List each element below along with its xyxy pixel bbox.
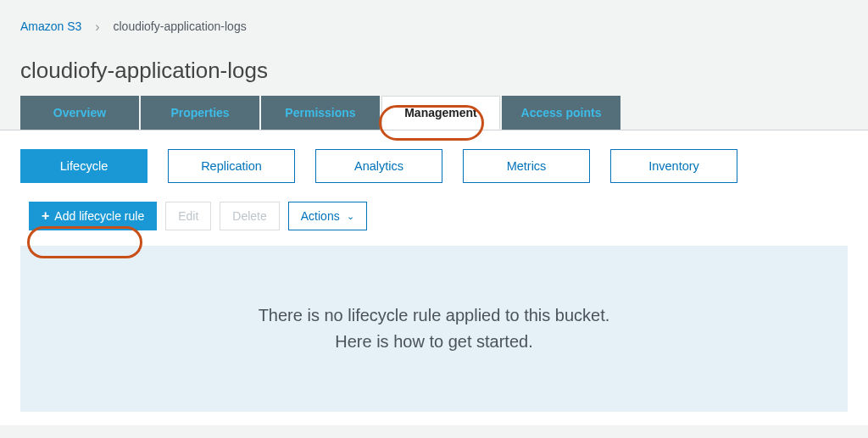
tab-properties[interactable]: Properties	[141, 96, 259, 130]
empty-state-line1: There is no lifecycle rule applied to th…	[259, 302, 610, 329]
sub-tab-analytics[interactable]: Analytics	[315, 149, 442, 183]
delete-button: Delete	[220, 202, 279, 230]
breadcrumb-current: cloudiofy-application-logs	[113, 19, 246, 33]
tab-permissions[interactable]: Permissions	[261, 96, 380, 130]
empty-state-panel: There is no lifecycle rule applied to th…	[20, 246, 848, 412]
breadcrumb-root-link[interactable]: Amazon S3	[20, 19, 81, 33]
breadcrumb: Amazon S3 › cloudiofy-application-logs	[0, 0, 868, 44]
chevron-down-icon: ⌄	[347, 211, 354, 222]
tab-bar: Overview Properties Permissions Manageme…	[0, 96, 868, 130]
tab-overview[interactable]: Overview	[20, 96, 139, 130]
page-title: cloudiofy-application-logs	[0, 44, 868, 96]
management-sub-tabs: Lifecycle Replication Analytics Metrics …	[20, 149, 848, 183]
lifecycle-toolbar: + Add lifecycle rule Edit Delete Actions…	[20, 202, 848, 230]
add-lifecycle-rule-label: Add lifecycle rule	[54, 209, 144, 223]
plus-icon: +	[42, 208, 49, 224]
sub-tab-metrics[interactable]: Metrics	[463, 149, 590, 183]
edit-button: Edit	[165, 202, 211, 230]
sub-tab-lifecycle[interactable]: Lifecycle	[20, 149, 147, 183]
tab-management[interactable]: Management	[381, 96, 500, 130]
content-area: Lifecycle Replication Analytics Metrics …	[0, 130, 868, 425]
add-lifecycle-rule-button[interactable]: + Add lifecycle rule	[29, 202, 157, 230]
actions-dropdown[interactable]: Actions ⌄	[288, 202, 367, 230]
actions-label: Actions	[301, 209, 340, 223]
empty-state-line2: Here is how to get started.	[335, 329, 532, 355]
sub-tab-inventory[interactable]: Inventory	[610, 149, 737, 183]
sub-tab-replication[interactable]: Replication	[168, 149, 295, 183]
tab-access-points[interactable]: Access points	[502, 96, 620, 130]
chevron-right-icon: ›	[95, 19, 99, 35]
